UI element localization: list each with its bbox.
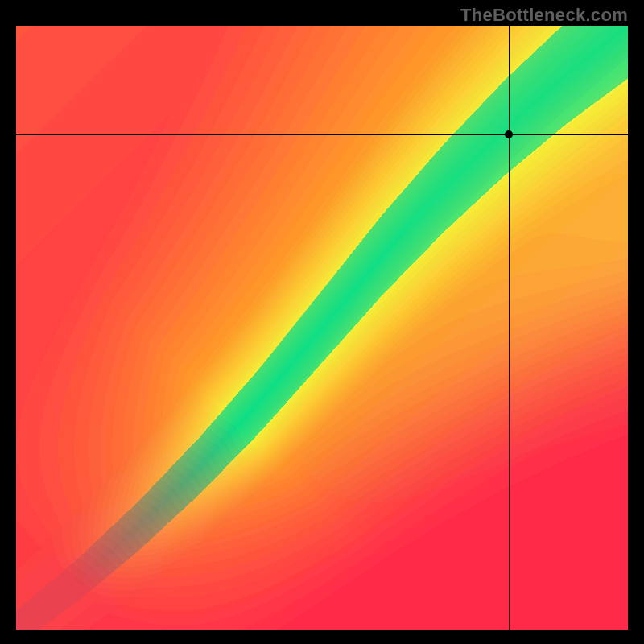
crosshair-vertical: [509, 26, 510, 630]
chart-container: TheBottleneck.com: [0, 0, 644, 644]
crosshair-horizontal: [16, 134, 628, 135]
heatmap-canvas: [16, 26, 628, 630]
plot-area: [16, 26, 628, 630]
watermark-text: TheBottleneck.com: [460, 5, 628, 26]
intersection-marker: [505, 130, 513, 138]
